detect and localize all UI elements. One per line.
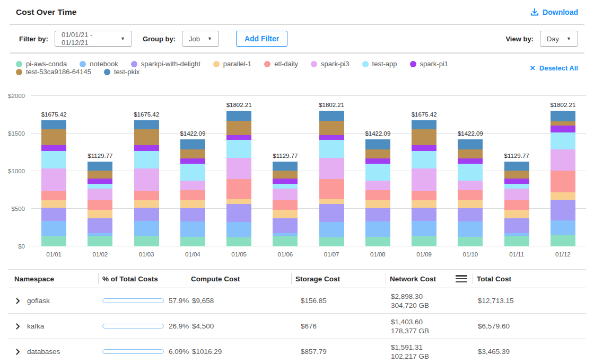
bar-segment-notebook[interactable] xyxy=(458,221,483,237)
legend-item-notebook[interactable]: notebook xyxy=(80,60,118,68)
bar-segment-test-pkix[interactable] xyxy=(226,111,251,121)
bar-segment-spark-pi1[interactable] xyxy=(134,145,159,150)
stacked-bar-01/07[interactable] xyxy=(319,111,344,246)
bar-segment-test-app[interactable] xyxy=(504,184,529,189)
expand-chevron-icon[interactable] xyxy=(14,348,22,356)
stacked-bar-01/10[interactable] xyxy=(458,139,483,246)
bar-segment-pi-aws-conda[interactable] xyxy=(504,236,529,246)
bar-segment-test-53ca9186-64145[interactable] xyxy=(319,121,344,136)
bar-segment-pi-aws-conda[interactable] xyxy=(41,236,66,246)
stacked-bar-01/06[interactable] xyxy=(273,162,298,246)
bar-segment-test-app[interactable] xyxy=(41,151,66,169)
bar-segment-pi-aws-conda[interactable] xyxy=(88,236,112,246)
expand-chevron-icon[interactable] xyxy=(14,297,22,305)
bar-segment-test-53ca9186-64145[interactable] xyxy=(88,171,112,179)
bar-segment-test-53ca9186-64145[interactable] xyxy=(412,129,436,145)
bar-segment-spark-pi1[interactable] xyxy=(551,126,575,132)
bar-segment-test-app[interactable] xyxy=(226,140,251,157)
stacked-bar-01/01[interactable] xyxy=(41,120,66,246)
bar-segment-test-pkix[interactable] xyxy=(365,139,390,149)
bar-segment-parallel-1[interactable] xyxy=(319,199,344,204)
bar-segment-test-pkix[interactable] xyxy=(41,120,66,129)
bar-segment-parallel-1[interactable] xyxy=(551,192,575,200)
bar-segment-parallel-1[interactable] xyxy=(504,210,529,218)
bar-segment-etl-daily[interactable] xyxy=(134,191,159,201)
bar-segment-etl-daily[interactable] xyxy=(551,171,575,192)
bar-segment-spark-pi3[interactable] xyxy=(458,181,483,191)
bar-segment-test-53ca9186-64145[interactable] xyxy=(551,121,575,126)
bar-segment-test-pkix[interactable] xyxy=(273,162,298,171)
date-range-select[interactable]: 01/01/21 - 01/12/21 ▼ xyxy=(55,31,132,47)
bar-segment-spark-pi1[interactable] xyxy=(88,179,112,184)
bar-segment-sparkpi-with-delight[interactable] xyxy=(180,208,205,222)
bar-segment-pi-aws-conda[interactable] xyxy=(412,236,436,246)
bar-segment-pi-aws-conda[interactable] xyxy=(458,237,483,246)
bar-segment-sparkpi-with-delight[interactable] xyxy=(226,204,251,222)
bar-segment-notebook[interactable] xyxy=(551,220,575,235)
bar-segment-spark-pi3[interactable] xyxy=(41,168,66,190)
stacked-bar-01/12[interactable] xyxy=(551,111,575,246)
bar-segment-spark-pi1[interactable] xyxy=(226,135,251,140)
bar-segment-sparkpi-with-delight[interactable] xyxy=(273,218,298,233)
bar-segment-pi-aws-conda[interactable] xyxy=(180,237,205,246)
deselect-all-button[interactable]: ✕ Deselect All xyxy=(530,64,578,72)
bar-segment-notebook[interactable] xyxy=(134,221,159,236)
bar-segment-pi-aws-conda[interactable] xyxy=(134,236,159,246)
bar-segment-etl-daily[interactable] xyxy=(41,191,66,201)
stacked-bar-01/11[interactable] xyxy=(504,162,529,246)
bar-segment-test-pkix[interactable] xyxy=(551,111,575,121)
bar-segment-etl-daily[interactable] xyxy=(273,200,298,210)
stacked-bar-01/08[interactable] xyxy=(365,139,390,246)
bar-segment-etl-daily[interactable] xyxy=(412,191,436,201)
bar-segment-parallel-1[interactable] xyxy=(412,200,436,208)
bar-segment-parallel-1[interactable] xyxy=(273,210,298,218)
bar-segment-test-pkix[interactable] xyxy=(180,139,205,149)
bar-segment-test-app[interactable] xyxy=(551,132,575,149)
bar-segment-parallel-1[interactable] xyxy=(41,200,66,208)
bar-segment-spark-pi1[interactable] xyxy=(504,179,529,184)
bar-segment-spark-pi3[interactable] xyxy=(504,189,529,200)
bar-segment-notebook[interactable] xyxy=(41,221,66,236)
legend-item-parallel-1[interactable]: parallel-1 xyxy=(213,60,251,68)
bar-segment-etl-daily[interactable] xyxy=(319,179,344,199)
bar-segment-test-app[interactable] xyxy=(88,184,112,189)
column-menu-icon[interactable] xyxy=(456,275,467,282)
bar-segment-test-53ca9186-64145[interactable] xyxy=(134,129,159,145)
bar-segment-notebook[interactable] xyxy=(226,222,251,237)
bar-segment-test-app[interactable] xyxy=(180,164,205,180)
bar-segment-pi-aws-conda[interactable] xyxy=(319,237,344,246)
bar-segment-test-53ca9186-64145[interactable] xyxy=(504,171,529,179)
bar-segment-spark-pi1[interactable] xyxy=(41,145,66,150)
bar-segment-test-app[interactable] xyxy=(365,164,390,180)
bar-segment-sparkpi-with-delight[interactable] xyxy=(551,200,575,220)
stacked-bar-01/04[interactable] xyxy=(180,139,205,246)
legend-item-etl-daily[interactable]: etl-daily xyxy=(264,60,298,68)
bar-segment-etl-daily[interactable] xyxy=(365,190,390,200)
bar-segment-notebook[interactable] xyxy=(319,222,344,237)
stacked-bar-01/05[interactable] xyxy=(226,111,251,246)
stacked-bar-01/03[interactable] xyxy=(134,120,159,246)
bar-segment-spark-pi3[interactable] xyxy=(551,149,575,171)
bar-segment-test-pkix[interactable] xyxy=(134,120,159,129)
bar-segment-sparkpi-with-delight[interactable] xyxy=(134,208,159,221)
bar-segment-etl-daily[interactable] xyxy=(180,190,205,200)
bar-segment-test-pkix[interactable] xyxy=(319,111,344,121)
bar-segment-spark-pi3[interactable] xyxy=(180,181,205,191)
bar-segment-test-53ca9186-64145[interactable] xyxy=(226,121,251,136)
bar-segment-test-53ca9186-64145[interactable] xyxy=(273,171,298,179)
view-by-select[interactable]: Day ▼ xyxy=(540,31,578,47)
bar-segment-test-app[interactable] xyxy=(319,140,344,157)
bar-segment-pi-aws-conda[interactable] xyxy=(365,237,390,246)
bar-segment-etl-daily[interactable] xyxy=(458,190,483,200)
bar-segment-notebook[interactable] xyxy=(365,221,390,237)
bar-segment-pi-aws-conda[interactable] xyxy=(273,236,298,246)
legend-item-spark-pi1[interactable]: spark-pi1 xyxy=(410,60,448,68)
bar-segment-test-53ca9186-64145[interactable] xyxy=(180,149,205,158)
bar-segment-spark-pi1[interactable] xyxy=(365,158,390,164)
bar-segment-sparkpi-with-delight[interactable] xyxy=(504,218,529,233)
bar-segment-parallel-1[interactable] xyxy=(88,210,112,218)
bar-segment-parallel-1[interactable] xyxy=(226,199,251,204)
group-by-select[interactable]: Job ▼ xyxy=(182,31,219,47)
bar-segment-sparkpi-with-delight[interactable] xyxy=(365,208,390,222)
bar-segment-sparkpi-with-delight[interactable] xyxy=(319,204,344,222)
